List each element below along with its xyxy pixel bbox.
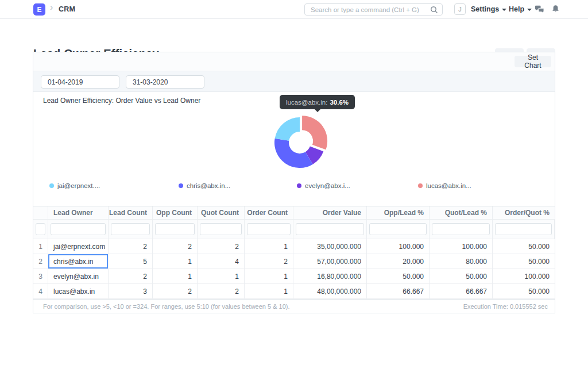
column-filter-input[interactable] [495, 223, 552, 235]
column-filter-input[interactable] [36, 223, 45, 235]
table-row: 1 jai@erpnext.com 2 2 2 1 35,00,000.000 … [33, 239, 555, 254]
table-cell[interactable]: 20.000 [367, 254, 430, 269]
settings-menu[interactable]: Settings [471, 5, 506, 13]
column-filter-input[interactable] [432, 223, 490, 235]
table-cell[interactable]: 2 [153, 284, 198, 299]
donut-chart [262, 105, 338, 181]
table-header-row: Lead Owner Lead Count Opp Count Quot Cou… [33, 206, 555, 220]
from-date-input[interactable] [41, 75, 119, 89]
table-cell[interactable]: 50.000 [493, 239, 555, 254]
table-cell[interactable]: evelyn@abx.in [48, 269, 109, 284]
chart-tooltip: lucas@abx.in: 30.6% [280, 95, 355, 109]
table-cell[interactable]: 5 [109, 254, 153, 269]
table-cell[interactable]: 100.000 [493, 269, 555, 284]
table-cell[interactable]: jai@erpnext.com [48, 239, 109, 254]
table-cell[interactable]: 2 [245, 254, 293, 269]
table-cell[interactable]: 80.000 [430, 254, 493, 269]
column-filter-input[interactable] [247, 223, 291, 235]
table-cell[interactable]: 66.667 [430, 284, 493, 299]
donut-slice[interactable] [275, 117, 300, 141]
table-cell[interactable]: 50.000 [493, 254, 555, 269]
row-index: 4 [33, 284, 48, 299]
table-cell[interactable]: 57,00,000.000 [293, 254, 367, 269]
table-row: 3 evelyn@abx.in 2 1 1 1 16,80,000.000 50… [33, 269, 555, 284]
table-cell[interactable]: 4 [198, 254, 245, 269]
legend-item[interactable]: lucas@abx.in... [418, 182, 471, 189]
breadcrumb[interactable]: CRM [59, 5, 75, 13]
table-cell-selected[interactable]: chris@abx.in [48, 254, 109, 269]
table-cell[interactable]: 50.000 [493, 284, 555, 299]
table-cell[interactable]: 16,80,000.000 [293, 269, 367, 284]
table-cell[interactable]: 100.000 [430, 239, 493, 254]
legend-dot [49, 183, 54, 188]
table-cell[interactable]: 2 [109, 269, 153, 284]
row-index: 3 [33, 269, 48, 284]
filter-hint-text: For comparison, use >5, <10 or =324. For… [43, 303, 290, 310]
column-header[interactable]: Order Value [293, 206, 367, 220]
column-filter-input[interactable] [296, 223, 364, 235]
table-cell[interactable]: 3 [109, 284, 153, 299]
tooltip-label: lucas@abx.in: [286, 99, 327, 106]
index-column-header [33, 206, 48, 220]
notifications-bell-icon[interactable] [551, 5, 560, 14]
column-filter-input[interactable] [200, 223, 242, 235]
column-header[interactable]: Quot/Lead % [430, 206, 493, 220]
table-cell[interactable]: 1 [153, 254, 198, 269]
column-header[interactable]: Lead Owner [48, 206, 109, 220]
table-cell[interactable]: 1 [245, 269, 293, 284]
legend-dot [179, 183, 183, 188]
legend-label: lucas@abx.in... [426, 182, 471, 189]
donut-slice[interactable] [302, 116, 327, 150]
column-filter-input[interactable] [155, 223, 195, 235]
table-cell[interactable]: 2 [109, 239, 153, 254]
column-filter-input[interactable] [111, 223, 150, 235]
table-cell[interactable]: 1 [245, 239, 293, 254]
user-avatar[interactable]: J [454, 3, 466, 15]
table-cell[interactable]: 66.667 [367, 284, 430, 299]
to-date-input[interactable] [126, 75, 204, 89]
column-filter-input[interactable] [51, 223, 106, 235]
execution-time: Execution Time: 0.015552 sec [463, 303, 548, 310]
table-cell[interactable]: 50.000 [430, 269, 493, 284]
legend-label: chris@abx.in... [187, 182, 230, 189]
set-chart-label: Set Chart [520, 53, 546, 70]
table-cell[interactable]: 2 [153, 239, 198, 254]
table-cell[interactable]: 48,00,000.000 [293, 284, 367, 299]
table-cell[interactable]: 35,00,000.000 [293, 239, 367, 254]
legend-label: jai@erpnext.... [57, 182, 100, 189]
column-header[interactable]: Order Count [245, 206, 293, 220]
erpnext-logo[interactable]: E [33, 3, 45, 16]
column-header[interactable]: Opp Count [153, 206, 198, 220]
column-header[interactable]: Quot Count [198, 206, 245, 220]
chevron-down-icon [502, 9, 506, 11]
table-cell[interactable]: lucas@abx.in [48, 284, 109, 299]
chat-icon[interactable] [535, 5, 544, 14]
table-cell[interactable]: 50.000 [367, 269, 430, 284]
page-head: Lead Owner Efficiency Menu Refresh [0, 19, 588, 52]
table-cell[interactable]: 2 [198, 284, 245, 299]
row-index: 2 [33, 254, 48, 269]
table-cell[interactable]: 1 [245, 284, 293, 299]
legend-item[interactable]: chris@abx.in... [179, 182, 230, 189]
legend-item[interactable]: jai@erpnext.... [49, 182, 100, 189]
table-cell[interactable]: 1 [198, 269, 245, 284]
table-cell[interactable]: 2 [198, 239, 245, 254]
report-footer: For comparison, use >5, <10 or =324. For… [33, 299, 555, 313]
column-header[interactable]: Order/Quot % [493, 206, 555, 220]
row-index: 1 [33, 239, 48, 254]
column-header[interactable]: Lead Count [109, 206, 153, 220]
table-cell[interactable]: 100.000 [367, 239, 430, 254]
legend-dot [297, 183, 301, 188]
help-label: Help [509, 5, 524, 13]
chevron-down-icon [527, 9, 532, 11]
global-search [304, 3, 443, 16]
column-filter-input[interactable] [369, 223, 427, 235]
help-menu[interactable]: Help [509, 5, 532, 13]
table-row: 4 lucas@abx.in 3 2 2 1 48,00,000.000 66.… [33, 284, 555, 299]
column-header[interactable]: Opp/Lead % [367, 206, 430, 220]
table-cell[interactable]: 1 [153, 269, 198, 284]
search-input[interactable] [305, 4, 442, 15]
legend-item[interactable]: evelyn@abx.i... [297, 182, 350, 189]
table-filter-row [33, 220, 555, 239]
set-chart-button[interactable]: Set Chart [514, 56, 551, 67]
